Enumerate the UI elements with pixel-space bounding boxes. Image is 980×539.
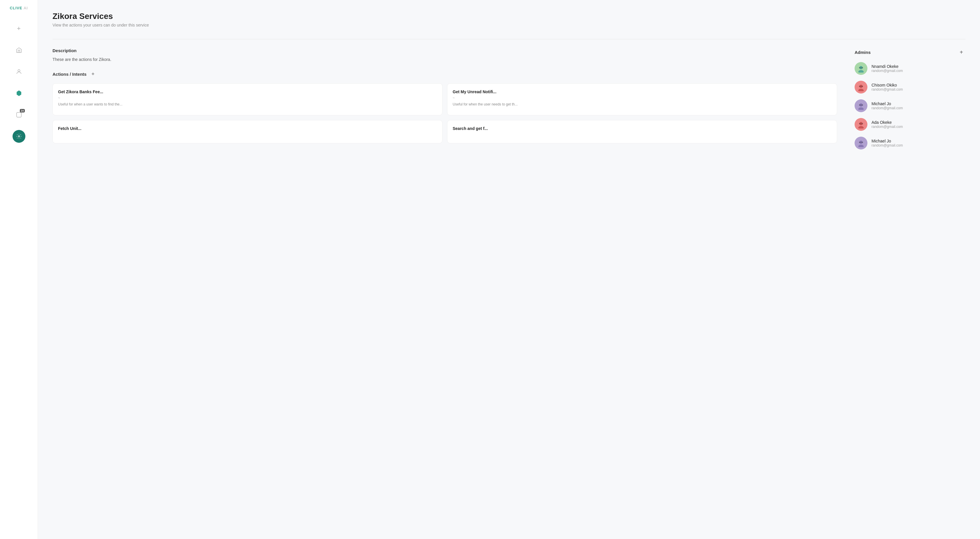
svg-rect-16 (859, 105, 861, 106)
card-desc-1: Useful for when the user needs to get th… (453, 102, 832, 107)
card-title-0: Get Zikora Banks Fee... (58, 89, 437, 94)
actions-header: Actions / Intents + (52, 70, 837, 78)
action-card-2[interactable]: Fetch Unit... (52, 120, 442, 143)
svg-rect-12 (861, 86, 863, 87)
admin-item-3: Ada Okeke random@gmail.com (854, 118, 966, 131)
add-action-button[interactable]: + (89, 70, 97, 78)
svg-point-15 (858, 108, 864, 110)
admin-item-0: Nnamdi Okeke random@gmail.com (854, 62, 966, 75)
admin-info-0: Nnamdi Okeke random@gmail.com (872, 64, 903, 73)
svg-point-3 (18, 135, 19, 137)
admin-info-3: Ada Okeke random@gmail.com (872, 120, 903, 129)
action-card-3[interactable]: Search and get f... (447, 120, 837, 143)
admin-avatar-2 (854, 99, 867, 112)
svg-rect-26 (859, 142, 861, 143)
main-content: Zikora Services View the actions your us… (38, 0, 980, 539)
action-card-0[interactable]: Get Zikora Banks Fee... ~ Useful for whe… (52, 83, 442, 116)
card-title-2: Fetch Unit... (58, 126, 437, 131)
admin-email-0: random@gmail.com (872, 69, 903, 73)
svg-point-25 (858, 145, 864, 147)
card-tilde-1: ~ (453, 96, 832, 100)
admin-item-4: Michael Jo random@gmail.com (854, 136, 966, 149)
svg-point-5 (858, 70, 864, 73)
page-subtitle: View the actions your users can do under… (52, 23, 966, 27)
admin-info-4: Michael Jo random@gmail.com (872, 139, 903, 147)
description-label: Description (52, 48, 837, 53)
hexagon-nav-icon[interactable] (13, 87, 25, 100)
card-title-1: Get My Unread Notifi... (453, 89, 832, 94)
admins-header: Admins + (854, 48, 966, 56)
svg-rect-6 (859, 67, 861, 68)
admin-info-1: Chisom Okiko random@gmail.com (872, 83, 903, 92)
svg-marker-1 (17, 90, 21, 95)
svg-rect-22 (861, 123, 863, 124)
admin-avatar-1 (854, 81, 867, 94)
svg-rect-2 (16, 112, 21, 117)
svg-rect-21 (859, 123, 861, 124)
svg-point-10 (858, 89, 864, 91)
admin-email-2: random@gmail.com (872, 106, 903, 110)
logo-brand: CLIVE (10, 6, 22, 10)
admin-name-2: Michael Jo (872, 101, 903, 106)
settings-nav-icon[interactable] (13, 130, 25, 143)
svg-point-0 (18, 69, 20, 71)
left-column: Description These are the actions for Zi… (52, 48, 837, 155)
notification-badge: 24 (20, 109, 24, 113)
admin-email-1: random@gmail.com (872, 87, 903, 92)
card-desc-0: Useful for when a user wants to find the… (58, 102, 437, 107)
description-text: These are the actions for Zikora. (52, 57, 837, 62)
svg-rect-17 (861, 105, 863, 106)
card-tilde-0: ~ (58, 96, 437, 100)
svg-rect-11 (859, 86, 861, 87)
user-nav-icon[interactable] (13, 65, 25, 78)
home-nav-icon[interactable] (13, 44, 25, 57)
admin-avatar-3 (854, 118, 867, 131)
add-admin-button[interactable]: + (957, 48, 966, 56)
content-grid: Description These are the actions for Zi… (52, 48, 966, 155)
admins-column: Admins + Nnamdi Okeke r (854, 48, 966, 155)
admin-item-2: Michael Jo random@gmail.com (854, 99, 966, 112)
logo-suffix: AI (24, 6, 28, 10)
action-card-1[interactable]: Get My Unread Notifi... ~ Useful for whe… (447, 83, 837, 116)
admin-avatar-4 (854, 136, 867, 149)
admin-name-3: Ada Okeke (872, 120, 903, 125)
admin-name-1: Chisom Okiko (872, 83, 903, 87)
admin-item-1: Chisom Okiko random@gmail.com (854, 81, 966, 94)
add-nav-icon[interactable]: + (13, 22, 25, 35)
admin-info-2: Michael Jo random@gmail.com (872, 101, 903, 110)
svg-rect-27 (861, 142, 863, 143)
card-title-3: Search and get f... (453, 126, 832, 131)
admin-name-4: Michael Jo (872, 139, 903, 143)
admin-email-4: random@gmail.com (872, 143, 903, 147)
admin-email-3: random@gmail.com (872, 125, 903, 129)
admins-title: Admins (854, 50, 870, 55)
notifications-nav-icon[interactable]: 24 (13, 108, 25, 121)
sidebar: CLIVE AI + 24 (0, 0, 38, 539)
svg-point-20 (858, 126, 864, 128)
page-title: Zikora Services (52, 12, 966, 21)
logo: CLIVE AI (10, 6, 28, 11)
admin-name-0: Nnamdi Okeke (872, 64, 903, 69)
cards-grid: Get Zikora Banks Fee... ~ Useful for whe… (52, 83, 837, 143)
actions-title: Actions / Intents (52, 72, 87, 77)
admin-avatar-0 (854, 62, 867, 75)
svg-rect-7 (861, 67, 863, 68)
